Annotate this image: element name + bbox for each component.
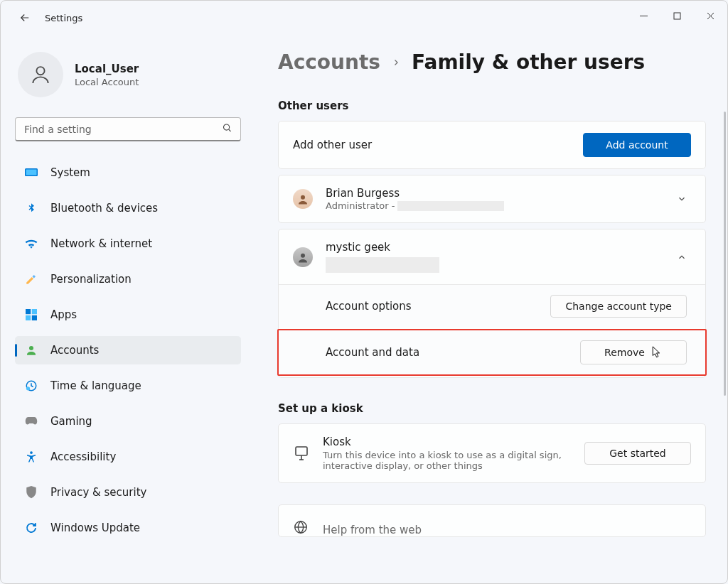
search-input[interactable] <box>15 117 241 141</box>
sidebar-item-accessibility[interactable]: Accessibility <box>15 443 241 471</box>
svg-rect-6 <box>32 309 37 314</box>
svg-rect-15 <box>296 447 307 455</box>
sidebar-item-system[interactable]: System <box>15 158 241 187</box>
bluetooth-icon <box>25 202 38 215</box>
sidebar-item-label: Windows Update <box>50 521 140 534</box>
page-title: Family & other users <box>412 50 645 74</box>
sidebar-item-gaming[interactable]: Gaming <box>15 407 241 436</box>
chevron-right-icon <box>392 55 400 70</box>
user-name-label: Brian Burgess <box>326 187 673 200</box>
svg-point-1 <box>36 67 44 75</box>
kiosk-icon <box>293 445 310 462</box>
section-other-users-heading: Other users <box>278 99 706 112</box>
globe-icon <box>293 519 310 536</box>
remove-button[interactable]: Remove <box>580 340 687 364</box>
redacted-text <box>397 201 504 211</box>
breadcrumb: Accounts Family & other users <box>278 50 706 74</box>
window-title: Settings <box>45 13 82 23</box>
sidebar-item-time[interactable]: Time & language <box>15 372 241 400</box>
user-name: Local_User <box>75 63 139 75</box>
sidebar-item-label: Accounts <box>50 344 99 357</box>
user-row-mystic[interactable]: mystic geek <box>279 229 705 284</box>
svg-point-12 <box>30 451 33 454</box>
svg-point-14 <box>301 253 305 257</box>
svg-point-11 <box>26 386 30 390</box>
time-icon <box>25 379 38 392</box>
privacy-icon <box>25 486 38 499</box>
gaming-icon <box>25 415 38 428</box>
svg-point-13 <box>301 195 305 200</box>
cursor-icon <box>652 346 663 359</box>
redacted-text <box>326 257 439 273</box>
user-avatar-icon <box>293 247 313 267</box>
svg-rect-7 <box>26 315 31 320</box>
sidebar-item-label: Accessibility <box>50 450 116 463</box>
update-icon <box>25 521 38 534</box>
close-button[interactable] <box>694 1 727 31</box>
maximize-button[interactable] <box>660 1 694 31</box>
sidebar-item-personalization[interactable]: Personalization <box>15 265 241 293</box>
kiosk-row: Kiosk Turn this device into a kiosk to u… <box>279 424 705 482</box>
kiosk-title: Kiosk <box>323 436 584 448</box>
accounts-icon <box>25 344 38 357</box>
user-role: Local Account <box>75 77 139 87</box>
sidebar-item-network[interactable]: Network & internet <box>15 229 241 258</box>
account-options-label: Account options <box>326 300 412 313</box>
sidebar-item-privacy[interactable]: Privacy & security <box>15 478 241 507</box>
back-button[interactable] <box>15 8 35 28</box>
account-options-row: Account options Change account type <box>279 284 705 328</box>
sidebar-item-label: Privacy & security <box>50 486 146 499</box>
accessibility-icon <box>25 450 38 463</box>
account-and-data-label: Account and data <box>326 346 419 359</box>
user-row-brian[interactable]: Brian Burgess Administrator - <box>279 175 705 222</box>
help-title: Help from the web <box>323 524 691 536</box>
get-started-button[interactable]: Get started <box>584 442 691 465</box>
chevron-down-icon[interactable] <box>673 194 691 204</box>
sidebar-item-update[interactable]: Windows Update <box>15 514 241 542</box>
sidebar-item-label: System <box>50 166 90 179</box>
avatar <box>18 52 63 97</box>
system-icon <box>25 166 38 179</box>
help-row[interactable]: Help from the web <box>279 505 705 536</box>
svg-rect-5 <box>26 309 31 314</box>
personalization-icon <box>25 273 38 286</box>
sidebar-item-bluetooth[interactable]: Bluetooth & devices <box>15 194 241 222</box>
sidebar-item-apps[interactable]: Apps <box>15 301 241 329</box>
sidebar-item-label: Bluetooth & devices <box>50 202 158 215</box>
add-other-user-row: Add other user Add account <box>279 121 705 168</box>
search-icon <box>222 123 232 136</box>
sidebar-item-accounts[interactable]: Accounts <box>15 336 241 364</box>
svg-rect-8 <box>32 315 37 320</box>
section-kiosk-heading: Set up a kiosk <box>278 402 706 415</box>
sidebar-item-label: Time & language <box>50 379 141 392</box>
add-other-user-label: Add other user <box>293 139 583 151</box>
user-card-mystic: mystic geek Account options Change accou… <box>278 229 706 378</box>
add-account-button[interactable]: Add account <box>583 133 691 157</box>
svg-point-9 <box>29 346 33 350</box>
sidebar-item-label: Gaming <box>50 415 92 428</box>
highlighted-remove-section: Account and data Remove <box>277 329 707 376</box>
network-icon <box>25 237 38 250</box>
svg-rect-0 <box>674 13 680 19</box>
user-role-label: Administrator - <box>326 200 395 211</box>
user-avatar-icon <box>293 189 313 209</box>
user-name-label: mystic geek <box>326 241 673 254</box>
breadcrumb-root[interactable]: Accounts <box>278 50 380 74</box>
local-user-card[interactable]: Local_User Local Account <box>15 49 241 100</box>
apps-icon <box>25 308 38 321</box>
sidebar-item-label: Network & internet <box>50 237 152 250</box>
change-account-type-button[interactable]: Change account type <box>550 295 687 318</box>
svg-rect-4 <box>26 170 37 175</box>
chevron-up-icon[interactable] <box>673 252 691 262</box>
svg-point-2 <box>224 124 230 130</box>
kiosk-description: Turn this device into a kiosk to use as … <box>323 450 564 471</box>
account-and-data-row: Account and data Remove <box>279 330 705 374</box>
sidebar-item-label: Personalization <box>50 273 132 286</box>
sidebar-item-label: Apps <box>50 308 77 321</box>
minimize-button[interactable] <box>627 1 660 31</box>
scrollbar[interactable] <box>724 112 726 396</box>
